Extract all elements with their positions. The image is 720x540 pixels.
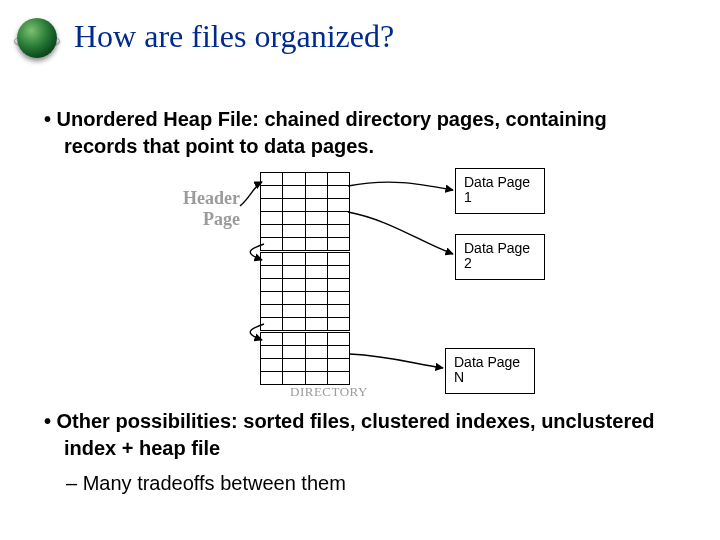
globe-icon (14, 14, 60, 60)
sub-bullet-1: Many tradeoffs between them (66, 470, 676, 497)
diagram-arrows (50, 168, 670, 408)
content: Unordered Heap File: chained directory p… (0, 64, 720, 497)
page-title: How are files organized? (74, 19, 394, 54)
header-page-label: Header Page (170, 188, 240, 230)
directory-group-label: DIRECTORY (290, 384, 368, 400)
data-page-n: Data Page N (445, 348, 535, 394)
directory-block-3 (260, 332, 350, 385)
directory-block-2 (260, 252, 350, 331)
data-page-1: Data Page 1 (455, 168, 545, 214)
title-bar: How are files organized? (0, 0, 720, 64)
data-page-2: Data Page 2 (455, 234, 545, 280)
bullet-1: Unordered Heap File: chained directory p… (44, 106, 676, 160)
bullet-2: Other possibilities: sorted files, clust… (44, 408, 676, 462)
heap-file-diagram: Header Page Data Page 1 Data Page 2 Data… (50, 168, 670, 408)
directory-block-1 (260, 172, 350, 251)
